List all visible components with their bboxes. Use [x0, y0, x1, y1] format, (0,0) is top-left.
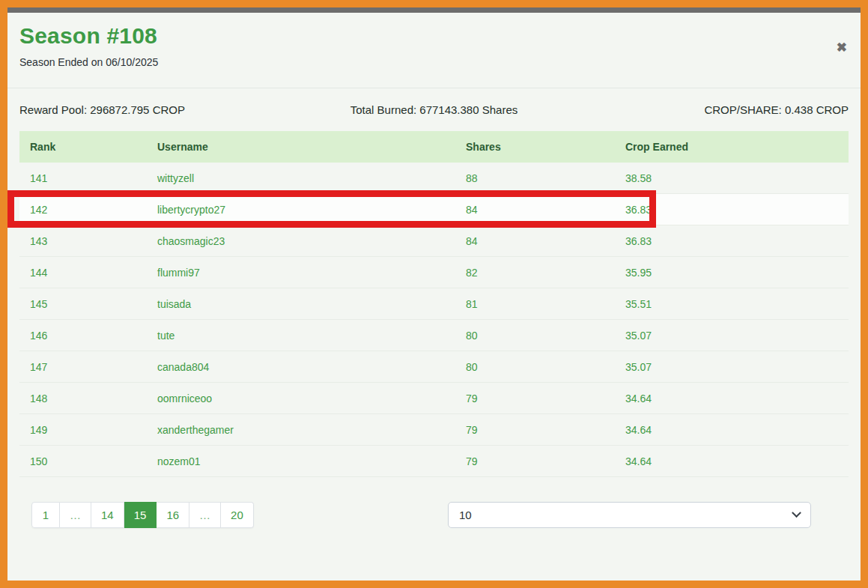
column-header-crop-earned: Crop Earned [615, 141, 849, 153]
page-size-select[interactable]: 10 [448, 502, 811, 528]
crop-earned-cell: 35.07 [615, 330, 849, 342]
column-header-rank: Rank [19, 141, 147, 153]
rank-cell: 147 [19, 361, 147, 373]
username-cell: xanderthegamer [147, 424, 455, 436]
table-row: 147canada8048035.07 [19, 351, 849, 383]
crop-earned-cell: 34.64 [615, 392, 849, 404]
username-cell: chaosmagic23 [147, 235, 455, 247]
crop-earned-cell: 35.51 [615, 298, 849, 310]
modal-content: ✖ Season #108 Season Ended on 06/10/2025… [7, 23, 861, 528]
shares-cell: 79 [455, 424, 615, 436]
crop-earned-cell: 38.58 [615, 172, 849, 184]
rank-cell: 146 [19, 330, 147, 342]
pagination-page-15[interactable]: 15 [124, 502, 157, 528]
shares-cell: 88 [455, 172, 615, 184]
crop-per-share-stat: CROP/SHARE: 0.438 CROP [572, 103, 849, 116]
shares-cell: 84 [455, 204, 615, 216]
leaderboard-table: Rank Username Shares Crop Earned 141witt… [19, 131, 849, 477]
rank-cell: 145 [19, 298, 147, 310]
table-body: 141wittyzell8838.58142libertycrypto27843… [19, 163, 849, 477]
chevron-down-icon [792, 508, 801, 518]
crop-earned-cell: 35.07 [615, 361, 849, 373]
table-footer: 1…141516…20 10 [19, 502, 849, 528]
pagination: 1…141516…20 [31, 502, 254, 528]
rank-cell: 142 [19, 204, 147, 216]
pagination-page-1[interactable]: 1 [31, 502, 60, 528]
column-header-username: Username [147, 141, 455, 153]
username-cell: canada804 [147, 361, 455, 373]
username-cell: wittyzell [147, 172, 455, 184]
table-header-row: Rank Username Shares Crop Earned [19, 131, 849, 163]
table-row: 149xanderthegamer7934.64 [19, 414, 849, 446]
shares-cell: 79 [455, 455, 615, 467]
pagination-page-16[interactable]: 16 [157, 502, 189, 528]
table-row: 141wittyzell8838.58 [19, 163, 849, 194]
modal-top-strip [7, 7, 861, 13]
table-row: 145tuisada8135.51 [19, 288, 849, 320]
table-row: 142libertycrypto278436.83 [19, 194, 849, 225]
shares-cell: 84 [455, 235, 615, 247]
shares-cell: 82 [455, 267, 615, 279]
close-icon[interactable]: ✖ [837, 41, 847, 54]
season-ended-text: Season Ended on 06/10/2025 [19, 56, 849, 68]
table-row: 146tute8035.07 [19, 320, 849, 351]
header-divider [7, 88, 861, 88]
pagination-ellipsis: … [189, 502, 221, 528]
page-size-value: 10 [459, 509, 472, 521]
rank-cell: 143 [19, 235, 147, 247]
username-cell: oomrniceoo [147, 392, 455, 404]
crop-earned-cell: 34.64 [615, 455, 849, 467]
crop-earned-cell: 35.95 [615, 267, 849, 279]
table-row: 143chaosmagic238436.83 [19, 225, 849, 257]
username-cell: libertycrypto27 [147, 204, 455, 216]
crop-earned-cell: 36.83 [615, 204, 849, 216]
reward-pool-stat: Reward Pool: 296872.795 CROP [19, 103, 296, 116]
username-cell: tuisada [147, 298, 455, 310]
rank-cell: 150 [19, 455, 147, 467]
season-results-modal: ✖ Season #108 Season Ended on 06/10/2025… [7, 7, 861, 581]
column-header-shares: Shares [455, 141, 615, 153]
rank-cell: 141 [19, 172, 147, 184]
shares-cell: 79 [455, 392, 615, 404]
season-stats: Reward Pool: 296872.795 CROP Total Burne… [19, 103, 849, 116]
rank-cell: 148 [19, 392, 147, 404]
crop-earned-cell: 34.64 [615, 424, 849, 436]
rank-cell: 144 [19, 267, 147, 279]
rank-cell: 149 [19, 424, 147, 436]
pagination-page-14[interactable]: 14 [91, 502, 124, 528]
username-cell: tute [147, 330, 455, 342]
username-cell: nozem01 [147, 455, 455, 467]
page-background: ✖ Season #108 Season Ended on 06/10/2025… [0, 0, 868, 588]
table-row: 150nozem017934.64 [19, 446, 849, 477]
crop-earned-cell: 36.83 [615, 235, 849, 247]
shares-cell: 81 [455, 298, 615, 310]
pagination-page-20[interactable]: 20 [221, 502, 254, 528]
username-cell: flummi97 [147, 267, 455, 279]
pagination-ellipsis: … [60, 502, 91, 528]
shares-cell: 80 [455, 361, 615, 373]
shares-cell: 80 [455, 330, 615, 342]
table-row: 148oomrniceoo7934.64 [19, 383, 849, 414]
page-title: Season #108 [19, 23, 849, 49]
total-burned-stat: Total Burned: 677143.380 Shares [296, 103, 572, 116]
table-row: 144flummi978235.95 [19, 257, 849, 288]
